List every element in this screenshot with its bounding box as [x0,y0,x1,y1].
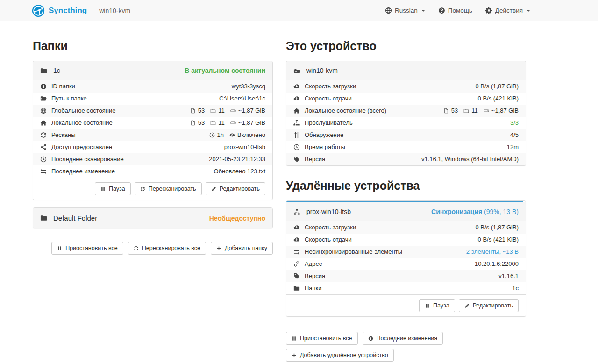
folder-icon [40,67,47,74]
table-row: Последнее сканирование 2021-05-23 21:12:… [33,153,272,165]
row-label: Глобальное состояние [51,107,115,115]
gear-icon [485,7,492,14]
row-value: wyt33-3yscq [232,82,265,91]
folder-name: 1c [53,67,60,74]
brand-name: Syncthing [49,6,87,15]
this-device-header[interactable]: win10-kvm [286,61,526,80]
table-row: Скорость отдачи 0 B/s (421 KiB) [286,234,526,246]
tag-icon [293,273,300,279]
dirs-count: 11 [471,107,478,115]
chevron-down-icon [421,10,425,12]
folder-details: ID папки wyt33-3yscq Путь к папке C:\Use… [33,80,272,178]
row-value: 2021-05-23 21:12:33 [209,155,265,164]
pause-button[interactable]: Пауза [95,182,131,195]
table-row: Путь к папке C:\Users\User\1c [33,93,272,105]
row-value: 3/3 [510,119,519,127]
hdd-icon [484,108,489,114]
add-folder-button[interactable]: Добавить папку [211,242,273,255]
table-row: Обнаружение 4/5 [286,129,526,141]
row-label: Версия [305,155,325,164]
link-icon [293,261,300,267]
folder-status: В актуальном состоянии [185,67,265,74]
device-name: prox-win10-ltsb [306,208,351,215]
pause-icon [100,186,106,192]
help-button[interactable]: Помощь [438,7,472,14]
table-row: Несинхронизированные элементы 2 элементы… [286,246,526,258]
rescan-all-button[interactable]: Пересканировать все [128,242,206,255]
eye-icon [229,132,235,138]
language-dropdown[interactable]: Russian [385,7,425,14]
file-icon [190,120,196,126]
pause-all-folders-button[interactable]: Приостановить все [51,242,123,255]
sliders-icon [293,132,300,138]
globe-icon [385,7,392,14]
edit-button[interactable]: Редактировать [459,299,519,312]
edit-button[interactable]: Редактировать [206,182,265,195]
actions-dropdown[interactable]: Действия [485,7,530,14]
row-label: Адрес [305,260,322,268]
folders-column: Папки 1c В актуальном состоянии ID папки… [33,38,273,362]
table-row: Локальное состояние (всего) 53 11 ~1,87 … [286,105,526,117]
folder-panel-footer: Пауза Пересканировать Редактировать [33,178,272,200]
row-value: 53 11 ~1,87 GiB [190,119,265,127]
row-label: Скорость отдачи [305,94,352,103]
plus-icon [292,353,297,358]
files-count: 53 [198,119,205,127]
row-value: v1.16.1 [498,272,519,280]
out-of-sync-link[interactable]: 2 элементы, ~13 B [466,248,519,256]
folder-outline-icon [463,108,469,114]
chevron-down-icon [527,10,530,12]
home-icon [40,120,47,126]
pause-icon [57,246,62,251]
language-label: Russian [395,7,418,14]
remote-devices-heading: Удалённые устройства [286,178,526,193]
row-value: 0 B/s (421 KiB) [478,94,519,103]
folder-panel-default: Default Folder Необщедоступно [33,207,273,228]
pause-all-devices-button[interactable]: Приостановить все [286,332,358,345]
folders-heading: Папки [33,38,273,53]
folder-panel-header[interactable]: 1c В актуальном состоянии [33,61,272,80]
cloud-upload-icon [293,236,300,243]
pencil-icon [464,303,470,308]
globe-icon [40,107,47,114]
hdd-icon [230,120,236,126]
folder-panel-header[interactable]: Default Folder Необщедоступно [33,208,272,228]
remote-device-header[interactable]: prox-win10-ltsb Синхронизация (99%, 13 B… [286,202,526,221]
hdd-icon [230,108,236,114]
pause-button[interactable]: Пауза [419,299,455,312]
table-row: Версия v1.16.1, Windows (64-bit Intel/AM… [286,153,526,165]
device-icon [293,67,300,74]
row-value: 10.20.1.6:22000 [475,260,519,268]
row-value: 53 11 ~1,87 GiB [190,107,265,115]
file-icon [443,108,449,114]
table-row: Ресканы 1h Включено [33,129,272,141]
dirs-count: 11 [218,107,225,115]
row-label: Последнее изменение [51,167,115,176]
add-remote-device-button[interactable]: Добавить удалённое устройство [286,349,394,362]
clock-icon [40,156,47,163]
row-value: 12m [507,143,519,151]
table-row: Локальное состояние 53 11 ~1,87 GiB [33,117,272,129]
row-label: Версия [305,272,325,280]
pause-icon [292,336,297,341]
recent-changes-button[interactable]: Последние изменения [363,332,443,345]
cloud-upload-icon [293,95,300,102]
row-label: Скорость загрузки [305,223,356,232]
question-circle-icon [438,7,445,14]
folder-name: Default Folder [53,214,97,222]
device-status: Синхронизация (99%, 13 B) [431,208,519,215]
cloud-download-icon [293,224,300,231]
table-row: Прослушиватель 3/3 [286,117,526,129]
row-label: Несинхронизированные элементы [305,248,402,256]
help-label: Помощь [448,7,472,14]
this-device-heading: Это устройство [286,38,526,53]
rescan-button[interactable]: Пересканировать [135,182,202,195]
row-value: v1.16.1, Windows (64-bit Intel/AMD) [421,155,519,164]
device-name: win10-kvm [306,67,338,74]
pause-icon [425,303,430,308]
size-value: ~1,87 GiB [491,107,519,115]
files-count: 53 [451,107,458,115]
row-label: Доступ предоставлен [51,143,112,151]
table-row: Доступ предоставлен prox-win10-ltsb [33,141,272,153]
row-value: 1c [512,284,519,293]
